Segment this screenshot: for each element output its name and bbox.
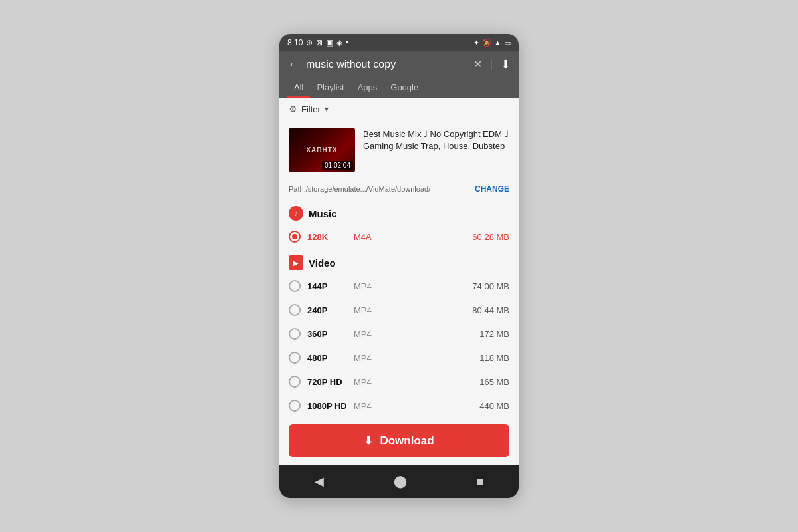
video-format-row-144p[interactable]: 144P MP4 74.00 MB	[279, 274, 519, 298]
download-button-wrap: ⬇ Download	[279, 418, 519, 465]
bluetooth-icon: ✦	[473, 39, 479, 47]
video-icon: ▶	[289, 255, 303, 270]
nav-home-button[interactable]: ⬤	[380, 471, 420, 491]
video-thumbnail[interactable]: XAΠНТX 01:02:04	[289, 128, 355, 172]
wifi-icon: ⊕	[306, 38, 313, 47]
status-bar: 8:10 ⊕ ⊠ ▣ ◈ • ✦ 🔕 ▲ ▭	[279, 34, 519, 51]
phone-frame: 8:10 ⊕ ⊠ ▣ ◈ • ✦ 🔕 ▲ ▭ ← music without c…	[279, 34, 519, 498]
type-240p: MP4	[354, 305, 466, 315]
radio-144p[interactable]	[289, 280, 301, 292]
radio-128k[interactable]	[289, 231, 301, 243]
status-time: 8:10	[287, 38, 303, 47]
radio-720p[interactable]	[289, 376, 301, 388]
tabs-bar: All Playlist Apps Google	[279, 77, 519, 98]
download-header-icon[interactable]: ⬇	[501, 57, 511, 72]
video-format-row-1080p[interactable]: 1080P HD MP4 440 MB	[279, 394, 519, 418]
tab-playlist[interactable]: Playlist	[310, 77, 350, 98]
type-360p: MP4	[354, 329, 473, 339]
signal-icon: ⊠	[316, 38, 323, 47]
nav-back-button[interactable]: ◀	[301, 471, 337, 491]
filter-icon: ⚙	[289, 104, 297, 114]
size-240p: 80.44 MB	[472, 305, 509, 315]
type-720p: MP4	[354, 377, 473, 387]
music-section-title: Music	[309, 208, 337, 219]
radio-480p[interactable]	[289, 352, 301, 364]
type-480p: MP4	[354, 353, 473, 363]
size-360p: 172 MB	[479, 329, 509, 339]
size-144p: 74.00 MB	[472, 281, 509, 291]
video-format-row-720p[interactable]: 720P HD MP4 165 MB	[279, 370, 519, 394]
radio-1080p[interactable]	[289, 400, 301, 412]
tab-google[interactable]: Google	[384, 77, 425, 98]
video-card: XAΠНТX 01:02:04 Best Music Mix ♩ No Copy…	[279, 120, 519, 180]
video-section-title: Video	[309, 257, 336, 269]
video-format-row-360p[interactable]: 360P MP4 172 MB	[279, 322, 519, 346]
video-duration: 01:02:04	[322, 161, 353, 170]
change-path-button[interactable]: CHANGE	[475, 184, 509, 194]
mute-icon: 🔕	[482, 39, 491, 47]
status-right: ✦ 🔕 ▲ ▭	[473, 39, 511, 47]
size-128k: 60.28 MB	[472, 232, 509, 242]
nav-bar: ◀ ⬤ ■	[279, 465, 519, 498]
tab-all[interactable]: All	[287, 77, 310, 98]
battery-icon: ▭	[504, 39, 511, 47]
content-area: XAΠНТX 01:02:04 Best Music Mix ♩ No Copy…	[279, 120, 519, 465]
path-row: Path:/storage/emulate.../VidMate/downloa…	[279, 180, 519, 200]
size-480p: 118 MB	[479, 353, 509, 363]
video-section-header: ▶ Video	[279, 249, 519, 274]
size-1080p: 440 MB	[479, 401, 509, 411]
radio-240p[interactable]	[289, 304, 301, 316]
search-query[interactable]: music without copy	[306, 59, 468, 70]
filter-bar[interactable]: ⚙ Filter ▾	[279, 98, 519, 120]
nav-icon: ◈	[336, 38, 342, 47]
quality-720p: 720P HD	[307, 377, 347, 387]
thumbnail-text: XAΠНТX	[306, 146, 337, 154]
download-label: Download	[380, 434, 434, 448]
sim-icon: ▣	[326, 38, 333, 47]
video-format-row-480p[interactable]: 480P MP4 118 MB	[279, 346, 519, 370]
music-icon: ♪	[289, 206, 303, 221]
radio-360p[interactable]	[289, 328, 301, 340]
signal-full-icon: ▲	[494, 39, 501, 47]
video-title: Best Music Mix ♩ No Copyright EDM ♩ Gami…	[363, 128, 509, 152]
download-icon-btn: ⬇	[364, 434, 373, 448]
quality-360p: 360P	[307, 329, 347, 339]
quality-480p: 480P	[307, 353, 347, 363]
dot-icon: •	[346, 38, 348, 47]
nav-recent-button[interactable]: ■	[464, 472, 497, 491]
download-button[interactable]: ⬇ Download	[289, 424, 509, 457]
quality-128k: 128K	[307, 232, 347, 242]
music-section-header: ♪ Music	[279, 200, 519, 225]
chevron-down-icon: ▾	[325, 104, 329, 114]
quality-144p: 144P	[307, 281, 347, 291]
type-1080p: MP4	[354, 401, 473, 411]
status-left: 8:10 ⊕ ⊠ ▣ ◈ •	[287, 38, 349, 47]
type-128k: M4A	[354, 232, 466, 242]
type-144p: MP4	[354, 281, 466, 291]
filter-label: Filter	[301, 104, 321, 114]
divider: |	[490, 59, 493, 70]
video-format-row-240p[interactable]: 240P MP4 80.44 MB	[279, 298, 519, 322]
clear-icon[interactable]: ✕	[473, 58, 482, 70]
music-format-row-128k[interactable]: 128K M4A 60.28 MB	[279, 225, 519, 249]
back-arrow-icon[interactable]: ←	[287, 57, 301, 72]
size-720p: 165 MB	[479, 377, 509, 387]
quality-240p: 240P	[307, 305, 347, 315]
quality-1080p: 1080P HD	[307, 401, 347, 411]
tab-apps[interactable]: Apps	[351, 77, 384, 98]
path-text: Path:/storage/emulate.../VidMate/downloa…	[289, 185, 430, 193]
search-bar: ← music without copy ✕ | ⬇	[279, 51, 519, 77]
